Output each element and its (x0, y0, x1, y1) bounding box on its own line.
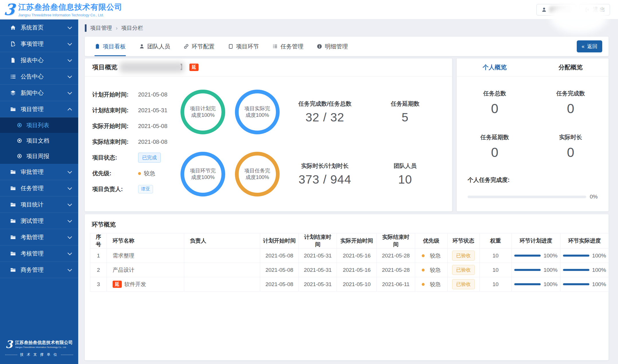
user-button[interactable] (536, 4, 576, 15)
tab-bar: 项目看板 团队人员 环节配置 项目环节 任务管理 明细管理 « 返回 (85, 37, 609, 56)
stat-total-tasks: 任务总数 0 (457, 90, 533, 116)
document-edit-icon (10, 41, 16, 47)
tab-task-management[interactable]: 任务管理 (272, 37, 303, 56)
sidebar-item-project-management[interactable]: 项目管理 (0, 101, 78, 117)
tab-team-members[interactable]: 团队人员 (139, 37, 170, 56)
column-header: 负责人 (184, 233, 260, 249)
sidebar-subitem-project-list[interactable]: 项目列表 (0, 117, 78, 133)
column-header: 权重 (480, 233, 512, 249)
folder-icon (10, 169, 16, 175)
sidebar: 系统首页 事项管理 报表中心 公告中心 新闻中心 项目管理 (0, 19, 78, 364)
tab-project-stages[interactable]: 项目环节 (228, 37, 259, 56)
project-overview-title: 项目概览 (92, 63, 117, 72)
double-chevron-left-icon: « (582, 44, 584, 50)
tab-project-board[interactable]: 项目看板 (95, 37, 126, 56)
stage-name: 产品设计 (113, 266, 134, 274)
project-name-redacted (120, 62, 184, 72)
delay-badge: 延 (113, 281, 122, 288)
overview-row: 项目概览 】 延 计划开始时间: 2021-05-08 计划结束时间: 2021… (85, 58, 609, 211)
tab-detail-management[interactable]: 明细管理 (317, 37, 348, 56)
chevron-down-icon (68, 218, 72, 223)
priority-dot-icon (422, 283, 425, 286)
project-fields: 计划开始时间: 2021-05-08 计划结束时间: 2021-05-31 实际… (92, 87, 178, 211)
ring-plan-completion: 项目计划完成度100% (181, 90, 225, 134)
project-overview-header: 项目概览 】 延 (85, 58, 452, 76)
chevron-down-icon (68, 41, 72, 46)
radio-dot-icon (17, 122, 22, 128)
ring-task-completion: 项目任务完成度100% (235, 152, 280, 196)
sidebar-item-matters[interactable]: 事项管理 (0, 36, 78, 52)
breadcrumb-project-column[interactable]: 项目分栏 (121, 24, 143, 32)
project-management-submenu: 项目列表 项目文档 项目周报 (0, 117, 78, 164)
sidebar-item-approval[interactable]: 审批管理 (0, 164, 78, 180)
column-header: 环节名称 (107, 233, 184, 249)
tab-allocation-overview[interactable]: 分配概览 (533, 58, 609, 76)
folder-icon (10, 218, 16, 224)
column-header: 实际结束时间 (377, 233, 415, 249)
priority-dot-icon (138, 172, 141, 175)
sidebar-item-project-stats[interactable]: 项目统计 (0, 196, 78, 213)
stat-actual-duration: 实际时长 0 (533, 133, 609, 160)
sidebar-item-news[interactable]: 新闻中心 (0, 85, 78, 101)
sidebar-item-reports[interactable]: 报表中心 (0, 52, 78, 68)
chevron-down-icon (68, 185, 72, 190)
folder-icon (10, 250, 16, 257)
sidebar-item-tasks[interactable]: 任务管理 (0, 180, 78, 196)
notebook-icon (228, 44, 234, 49)
folder-icon (10, 234, 16, 240)
sidebar-item-system-home[interactable]: 系统首页 (0, 19, 78, 36)
sidebar-item-attendance[interactable]: 考勤管理 (0, 229, 78, 245)
breadcrumb-accent-bar (85, 24, 87, 32)
stage-status-badge: 已验收 (452, 265, 475, 275)
column-header: 优先级 (415, 233, 448, 249)
breadcrumb-project-management[interactable]: 项目管理 (90, 24, 112, 32)
breadcrumb-separator: › (116, 25, 117, 31)
breadcrumb: 项目管理 › 项目分栏 (85, 19, 609, 37)
chevron-down-icon (68, 74, 72, 78)
sidebar-subitem-project-docs[interactable]: 项目文档 (0, 133, 78, 148)
folder-icon (10, 201, 16, 208)
footer-company-cn: 江苏叁拾叁信息技术有限公司 (15, 340, 73, 345)
stat-completed-tasks: 任务完成数 0 (533, 90, 609, 116)
chevron-up-icon (68, 108, 72, 112)
link-icon (183, 44, 189, 49)
column-header: 计划结束时间 (299, 233, 337, 249)
column-header: 环节状态 (448, 233, 480, 249)
plan-progress-bar (514, 255, 541, 257)
tab-personal-overview[interactable]: 个人概览 (457, 58, 533, 76)
personal-card-tabs: 个人概览 分配概览 (457, 58, 609, 76)
stage-name: 需求整理 (113, 252, 134, 259)
chevron-down-icon (68, 234, 72, 239)
chevron-down-icon (68, 251, 72, 255)
field-project-status: 项目状态: 已完成 (92, 150, 178, 166)
column-header: 实际开始时间 (337, 233, 377, 249)
company-name-en: Jiangsu Three&three Information Technolo… (18, 13, 123, 17)
stat-duration: 实际时长/计划时长 373 / 944 (285, 152, 365, 196)
stage-table: 序号 环节名称 负责人 计划开始时间 计划结束时间 实际开始时间 实际结束时间 … (90, 233, 609, 292)
top-header: 3 江苏叁拾叁信息技术有限公司 Jiangsu Three&three Info… (0, 0, 618, 19)
sidebar-item-announcements[interactable]: 公告中心 (0, 68, 78, 85)
sidebar-menu: 系统首页 事项管理 报表中心 公告中心 新闻中心 项目管理 (0, 19, 78, 340)
logout-label: 退 出 (593, 6, 605, 13)
table-row: 2 产品设计 2021-05-08 2021-05-31 2021-05-16 … (90, 263, 609, 277)
sidebar-item-testing[interactable]: 测试管理 (0, 213, 78, 229)
actual-progress-bar (563, 269, 589, 271)
username-redacted (550, 7, 571, 13)
radio-dot-icon (17, 138, 22, 143)
field-actual-start: 实际开始时间: 2021-05-08 (92, 118, 178, 134)
user-icon (541, 7, 547, 13)
footer-support-label: 技 术 支 撑 单 位 (5, 352, 73, 357)
column-header: 环节计划进度 (512, 233, 560, 249)
plan-progress-bar (514, 269, 541, 271)
logo-3-icon: 3 (3, 3, 15, 17)
tab-stage-config[interactable]: 环节配置 (183, 37, 215, 56)
back-button[interactable]: « 返回 (577, 40, 602, 52)
sidebar-item-assessment[interactable]: 考核管理 (0, 245, 78, 262)
logo-text: 江苏叁拾叁信息技术有限公司 Jiangsu Three&three Inform… (18, 2, 123, 17)
clipboard-icon (95, 44, 100, 49)
logout-button[interactable]: 退 出 (580, 4, 610, 15)
company-name-cn: 江苏叁拾叁信息技术有限公司 (18, 2, 123, 12)
sidebar-item-business[interactable]: 商务管理 (0, 262, 78, 278)
layers-icon (10, 90, 16, 96)
sidebar-subitem-project-weekly[interactable]: 项目周报 (0, 148, 78, 164)
